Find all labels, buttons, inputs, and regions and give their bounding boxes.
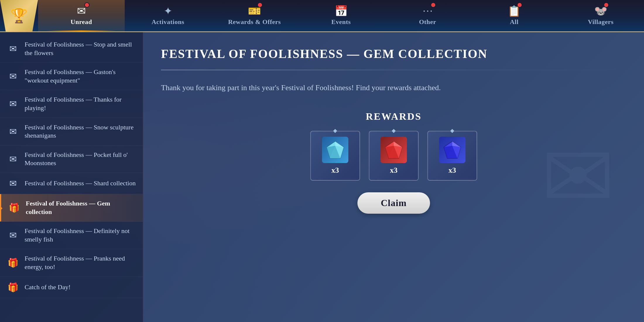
sidebar-item-label-thanks-playing: Festival of Foolishness — Thanks for pla… [25, 95, 136, 112]
sidebar-item-label-gaston-workout: Festival of Foolishness — Gaston's "work… [25, 68, 136, 85]
sidebar-item-snow-sculpture[interactable]: ✉Festival of Foolishness — Snow sculptur… [0, 118, 143, 145]
envelope-icon-stop-flowers: ✉ [7, 44, 19, 54]
main-content: ✉Festival of Foolishness — Stop and smel… [0, 32, 644, 322]
villagers-badge [604, 2, 609, 8]
envelope-icon-shard-collection: ✉ [7, 178, 19, 189]
sidebar[interactable]: ✉Festival of Foolishness — Stop and smel… [0, 32, 143, 322]
nav-tab-events[interactable]: 📅Events [298, 0, 384, 31]
sidebar-item-label-shard-collection: Festival of Foolishness — Shard collecti… [25, 179, 136, 188]
red-gem-visual [381, 137, 407, 163]
red-gem-count: x3 [390, 166, 398, 175]
cyan-gem-svg [325, 140, 345, 160]
unread-icon: ✉ [77, 6, 86, 16]
other-badge [431, 2, 436, 8]
nav-tab-villagers[interactable]: 🐭Villagers [557, 0, 644, 31]
unread-badge [84, 2, 90, 8]
unread-label: Unread [71, 18, 92, 26]
gem-card-cyan: x3 [310, 131, 360, 181]
rewards-section: REWARDS x3 x3 x3 Claim [161, 111, 626, 214]
rewards-label: Rewards & Offers [228, 18, 281, 26]
sidebar-item-shard-collection[interactable]: ✉Festival of Foolishness — Shard collect… [0, 173, 143, 194]
blue-gem-count: x3 [448, 166, 456, 175]
blue-gem-visual [439, 137, 465, 163]
rewards-title: REWARDS [366, 111, 422, 122]
panel-title: FESTIVAL OF FOOLISHNESS — GEM COLLECTION [161, 47, 626, 61]
envelope-icon-gaston-workout: ✉ [7, 71, 19, 81]
sidebar-item-label-smelly-fish: Festival of Foolishness — Definitely not… [25, 227, 136, 244]
red-gem-svg [383, 140, 404, 160]
logo-icon: 🏆 [10, 8, 28, 24]
nav-tab-unread[interactable]: ✉Unread [38, 0, 125, 31]
nav-tab-activations[interactable]: ✦Activations [125, 0, 211, 31]
gem-card-blue: x3 [427, 131, 477, 181]
sidebar-item-smelly-fish[interactable]: ✉Festival of Foolishness — Definitely no… [0, 222, 143, 249]
rewards-badge [257, 2, 263, 8]
events-label: Events [331, 18, 351, 26]
sidebar-item-label-snow-sculpture: Festival of Foolishness — Snow sculpture… [25, 123, 136, 140]
sidebar-item-label-pocket-moonstones: Festival of Foolishness — Pocket full o'… [25, 151, 136, 167]
cyan-gem-visual [322, 137, 348, 163]
panel-divider [161, 70, 626, 70]
other-label: Other [419, 18, 436, 26]
all-label: All [510, 18, 519, 26]
sidebar-item-pocket-moonstones[interactable]: ✉Festival of Foolishness — Pocket full o… [0, 145, 143, 173]
nav-bar: 🏆 ✉Unread✦Activations🎫Rewards & Offers📅E… [0, 0, 644, 32]
activations-icon: ✦ [164, 6, 172, 16]
sidebar-item-label-gem-collection: Festival of Foolishness — Gem collection [26, 199, 136, 216]
rewards-gems: x3 x3 x3 [310, 131, 477, 181]
nav-logo: 🏆 [0, 0, 38, 32]
envelope-icon-snow-sculpture: ✉ [7, 126, 19, 137]
sidebar-item-stop-flowers[interactable]: ✉Festival of Foolishness — Stop and smel… [0, 35, 143, 63]
blue-gem-svg [442, 140, 463, 160]
events-icon: 📅 [335, 6, 348, 16]
sidebar-item-thanks-playing[interactable]: ✉Festival of Foolishness — Thanks for pl… [0, 90, 143, 118]
envelope-icon-pocket-moonstones: ✉ [7, 154, 19, 164]
sidebar-item-gem-collection[interactable]: 🎁Festival of Foolishness — Gem collectio… [0, 194, 143, 222]
cyan-gem-count: x3 [331, 166, 339, 175]
sidebar-item-catch-of-day[interactable]: 🎁Catch of the Day! [0, 277, 143, 298]
panel-description: Thank you for taking part in this year's… [161, 82, 626, 93]
sidebar-item-gaston-workout[interactable]: ✉Festival of Foolishness — Gaston's "wor… [0, 63, 143, 90]
claim-button[interactable]: Claim [357, 192, 430, 214]
gem-card-red: x3 [369, 131, 419, 181]
nav-tab-rewards[interactable]: 🎫Rewards & Offers [211, 0, 298, 31]
main-panel: ✉ FESTIVAL OF FOOLISHNESS — GEM COLLECTI… [143, 32, 644, 322]
other-icon: ⋯ [422, 6, 433, 16]
gift-icon-gem-collection: 🎁 [8, 203, 20, 213]
gift-icon-pranks-energy: 🎁 [7, 258, 19, 268]
gift-icon-catch-of-day: 🎁 [7, 282, 19, 292]
sidebar-item-label-pranks-energy: Festival of Foolishness — Pranks need en… [25, 254, 136, 271]
villagers-label: Villagers [588, 18, 614, 26]
envelope-icon-thanks-playing: ✉ [7, 99, 19, 109]
sidebar-item-label-stop-flowers: Festival of Foolishness — Stop and smell… [25, 40, 136, 57]
all-badge [517, 2, 522, 8]
sidebar-item-pranks-energy[interactable]: 🎁Festival of Foolishness — Pranks need e… [0, 249, 143, 277]
nav-tab-other[interactable]: ⋯Other [384, 0, 471, 31]
sidebar-item-label-catch-of-day: Catch of the Day! [25, 283, 71, 292]
nav-tabs: ✉Unread✦Activations🎫Rewards & Offers📅Eve… [38, 0, 644, 31]
activations-label: Activations [152, 18, 184, 26]
nav-tab-all[interactable]: 📋All [471, 0, 558, 31]
envelope-icon-smelly-fish: ✉ [7, 230, 19, 240]
